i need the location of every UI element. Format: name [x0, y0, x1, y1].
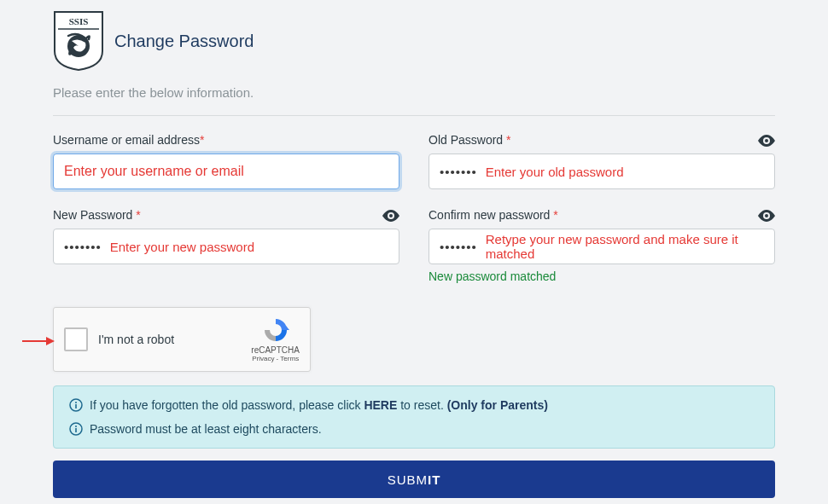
eye-icon[interactable] [382, 210, 399, 225]
new-password-label: New Password * [53, 208, 399, 222]
old-password-label: Old Password * [429, 133, 775, 147]
confirm-password-label: Confirm new password * [429, 208, 775, 222]
recaptcha-widget: I'm not a robot reCAPTCHA Privacy - Term… [53, 307, 311, 372]
confirm-password-placeholder: Retype your new password and make sure i… [486, 232, 764, 261]
password-mask: ••••••• [64, 240, 102, 254]
svg-rect-8 [75, 404, 77, 408]
info-icon [69, 422, 83, 436]
info-panel: If you have forgotten the old password, … [53, 385, 775, 449]
recaptcha-icon [262, 316, 289, 344]
recaptcha-checkbox[interactable] [64, 327, 88, 351]
password-mask: ••••••• [440, 165, 477, 179]
submit-button[interactable]: SUBMIT [53, 461, 775, 498]
eye-icon[interactable] [758, 135, 775, 150]
username-input[interactable] [53, 154, 399, 189]
recaptcha-label: I'm not a robot [98, 333, 241, 346]
info-line-2: Password must be at least eight characte… [69, 422, 759, 436]
username-field-group: Username or email address* .text-input.f… [53, 133, 399, 189]
page-header: SSIS Change Password [53, 10, 775, 72]
old-password-input[interactable]: ••••••• Enter your old password [429, 154, 775, 189]
confirm-password-field-group: Confirm new password * ••••••• Retype yo… [429, 208, 775, 283]
svg-marker-4 [46, 337, 55, 345]
old-password-placeholder: Enter your old password [486, 165, 624, 179]
new-password-input[interactable]: ••••••• Enter your new password [53, 229, 399, 264]
ssis-logo: SSIS [53, 10, 104, 72]
svg-point-7 [75, 402, 77, 403]
subtitle: Please enter the below information. [53, 85, 775, 100]
page-title: Change Password [114, 32, 254, 51]
info-icon [69, 398, 83, 412]
info-line-1: If you have forgotten the old password, … [69, 398, 759, 412]
new-password-placeholder: Enter your new password [110, 240, 254, 254]
username-label: Username or email address* [53, 133, 399, 147]
divider [53, 115, 775, 116]
old-password-field-group: Old Password * ••••••• Enter your old pa… [429, 133, 775, 189]
svg-point-10 [75, 426, 77, 427]
password-mask: ••••••• [440, 240, 477, 254]
confirm-password-input[interactable]: ••••••• Retype your new password and mak… [429, 229, 775, 264]
validation-message: New password matched [429, 269, 775, 283]
here-link[interactable]: HERE [364, 398, 397, 412]
eye-icon[interactable] [758, 210, 775, 225]
svg-rect-11 [75, 428, 77, 432]
red-arrow-annotation [22, 334, 55, 348]
svg-text:SSIS: SSIS [69, 16, 89, 26]
recaptcha-branding: reCAPTCHA Privacy - Terms [251, 316, 300, 362]
new-password-field-group: New Password * ••••••• Enter your new pa… [53, 208, 399, 283]
